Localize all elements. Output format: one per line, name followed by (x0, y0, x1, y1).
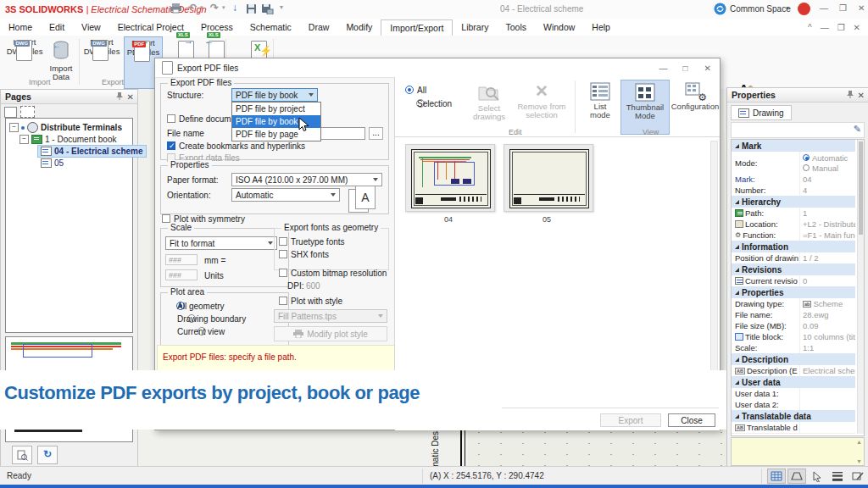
thumbnail-scrollbar[interactable] (710, 141, 718, 396)
tab-modify[interactable]: Modify (337, 19, 381, 35)
property-row-mark[interactable]: Mark:04 (732, 174, 855, 186)
lineweight-button[interactable] (828, 469, 847, 484)
section-mark[interactable]: Mark (732, 140, 855, 152)
mdi-up-icon[interactable]: ^ (804, 23, 816, 32)
property-row-user-data-1[interactable]: User data 1: (732, 388, 855, 400)
tab-help[interactable]: Help (583, 19, 619, 35)
property-row-scale[interactable]: Scale:1:1 (732, 342, 855, 354)
structure-combo[interactable]: PDF file by book (231, 88, 318, 102)
property-row-revision[interactable]: Current revisio0 (732, 275, 855, 287)
orientation-combo[interactable]: Automatic (231, 188, 340, 202)
tree-item-book[interactable]: 1 - Document book (19, 134, 117, 145)
browse-button[interactable]: ... (369, 127, 383, 140)
section-user-data[interactable]: User data (732, 376, 855, 389)
dialog-minimize-icon[interactable]: — (652, 64, 676, 73)
properties-scrollbar[interactable] (857, 140, 864, 434)
workspace-caret-icon[interactable]: ▾ (786, 5, 789, 12)
tree-item-project[interactable]: Distribute Terminals (9, 122, 122, 133)
redo-icon[interactable]: ↷ (210, 2, 219, 14)
property-row-translatable[interactable]: ABTranslatable d (732, 422, 855, 434)
style-file-combo[interactable]: Fill Patterns.tps (274, 309, 387, 323)
tree-item-page-04[interactable]: 04 - Electrical scheme (38, 146, 146, 157)
section-hierarchy[interactable]: Hierarchy (732, 196, 855, 208)
tab-window[interactable]: Window (535, 19, 583, 35)
user-avatar[interactable] (798, 3, 810, 15)
preview-zoom-button[interactable] (12, 446, 32, 464)
property-row-path[interactable]: Path:1 (732, 208, 855, 219)
workspace-selector[interactable]: Common Space (730, 4, 791, 14)
maximize-window-icon[interactable]: ❐ (835, 3, 851, 13)
mdi-minimize-icon[interactable]: — (816, 23, 833, 32)
cursor-mode-button[interactable] (808, 469, 826, 484)
properties-close-icon[interactable]: ✕ (854, 91, 868, 100)
tab-drawing[interactable]: Drawing (731, 105, 792, 120)
undo-caret-icon[interactable]: ▾ (200, 4, 203, 11)
scale-num2-field[interactable]: ### (165, 269, 198, 280)
tab-view[interactable]: View (73, 19, 109, 35)
minimize-window-icon[interactable]: — (815, 3, 832, 13)
plot-symmetry-checkbox[interactable] (162, 214, 170, 223)
mdi-close-icon[interactable]: ✕ (849, 23, 865, 32)
tree-item-page-05[interactable]: 05 (38, 158, 66, 169)
property-row-function[interactable]: ⚙Function:=F1 - Main functi (732, 230, 855, 241)
dialog-close-icon[interactable]: ✕ (696, 64, 720, 73)
pages-pin-icon[interactable] (115, 92, 124, 102)
shx-checkbox[interactable] (279, 250, 287, 258)
bookmarks-checkbox[interactable] (167, 141, 175, 150)
property-row-file-name[interactable]: File name:28.ewg (732, 309, 855, 321)
dialog-maximize-icon[interactable]: □ (676, 64, 696, 73)
export-button[interactable]: Export (600, 413, 661, 427)
tab-draw[interactable]: Draw (300, 19, 338, 35)
select-drawings-button[interactable]: Select drawings (468, 82, 510, 122)
property-row-description[interactable]: ABDescription (EElectrical scheme (732, 365, 855, 377)
redo-caret-icon[interactable]: ▾ (222, 4, 225, 11)
scroll-down-icon[interactable]: ▼ (856, 458, 862, 464)
property-row-location[interactable]: Location:+L2 - Distribute t (732, 219, 855, 230)
close-window-icon[interactable]: ✕ (854, 3, 868, 13)
paper-format-combo[interactable]: ISO A4 (210.00 x 297.00 MM) (231, 173, 382, 186)
remove-selection-button[interactable]: ✕ Remove from selection (514, 82, 570, 120)
export-dwg-button[interactable]: →DWG Export DWG files (81, 38, 122, 56)
properties-pin-icon[interactable] (846, 90, 854, 100)
mdi-restore-icon[interactable]: ❐ (833, 23, 849, 32)
property-row-number[interactable]: Number:4 (732, 185, 855, 197)
tab-tools[interactable]: Tools (497, 19, 535, 35)
section-properties[interactable]: Properties (732, 286, 855, 299)
dialog-title-bar[interactable]: Export PDF files — □ ✕ (155, 58, 720, 78)
collapse-icon[interactable] (9, 123, 19, 132)
save-icon[interactable] (246, 3, 257, 16)
tab-import-export[interactable]: Import/Export (381, 19, 453, 36)
edit-pencil-icon[interactable]: ✎ (854, 124, 861, 135)
tab-home[interactable]: Home (0, 19, 41, 35)
pages-toolbar-frame-icon[interactable] (20, 106, 35, 118)
tab-library[interactable]: Library (453, 19, 497, 35)
property-row-user-data-2[interactable]: User data 2: (732, 399, 855, 411)
bitmap-checkbox[interactable] (279, 269, 287, 277)
grid-toggle-button[interactable] (767, 469, 786, 484)
thumbnail-04[interactable] (405, 144, 495, 212)
tab-schematic[interactable]: Schematic (242, 19, 300, 35)
section-information[interactable]: Information (732, 241, 855, 253)
configuration-button[interactable]: ⚙ Configuration (671, 82, 719, 111)
truetype-checkbox[interactable] (279, 237, 287, 246)
import-dwg-button[interactable]: ←DWG Import DWG files (3, 38, 46, 56)
all-radio[interactable] (405, 86, 414, 94)
print-icon[interactable] (170, 3, 182, 15)
preview-refresh-button[interactable]: ↻ (37, 446, 58, 464)
save-all-icon[interactable] (261, 3, 274, 16)
scale-num1-field[interactable]: ### (165, 254, 198, 265)
section-revisions[interactable]: Revisions (732, 263, 855, 276)
style-edit-button[interactable] (849, 469, 867, 484)
snap-toggle-button[interactable] (787, 469, 806, 484)
collapse-icon[interactable] (19, 135, 29, 144)
modify-style-button[interactable]: Modify plot style (274, 326, 387, 341)
section-description[interactable]: Description (732, 353, 855, 366)
close-button[interactable]: Close (668, 413, 715, 427)
thumbnail-05[interactable] (504, 144, 593, 212)
list-mode-button[interactable]: List mode (583, 82, 617, 120)
pages-close-icon[interactable]: ✕ (124, 92, 137, 102)
import-data-button[interactable]: ← Import Data (46, 38, 76, 82)
mode-automatic-radio[interactable] (803, 154, 810, 161)
undo-icon[interactable]: ↶ (188, 2, 197, 14)
property-row-title-block[interactable]: Title block:10 columns (titles (732, 331, 855, 343)
